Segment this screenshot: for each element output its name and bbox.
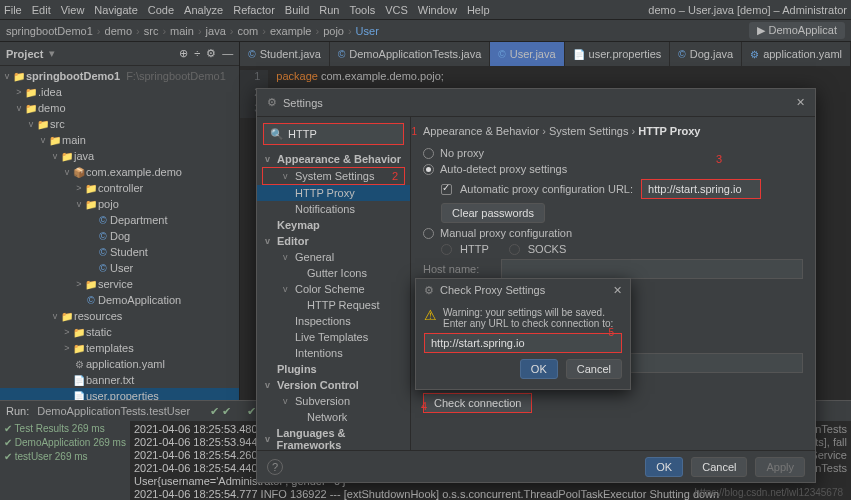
settings-tree-item[interactable]: Notifications xyxy=(257,201,410,217)
collapse-icon[interactable]: ÷ xyxy=(194,47,200,60)
settings-search[interactable]: 🔍 1 xyxy=(263,123,404,145)
tree-item[interactable]: v📁pojo xyxy=(0,196,239,212)
tree-item[interactable]: 📄banner.txt xyxy=(0,372,239,388)
auto-detect-radio[interactable]: Auto-detect proxy settings xyxy=(423,163,803,175)
close-icon[interactable]: ✕ xyxy=(796,96,805,109)
tree-item[interactable]: v📁demo xyxy=(0,100,239,116)
editor-tab[interactable]: 📄user.properties xyxy=(565,42,671,66)
tree-item[interactable]: >📁static xyxy=(0,324,239,340)
tree-item[interactable]: v📁src xyxy=(0,116,239,132)
settings-tree-item[interactable]: Gutter Icons xyxy=(257,265,410,281)
cancel-button[interactable]: Cancel xyxy=(691,457,747,477)
tree-item[interactable]: >📁templates xyxy=(0,340,239,356)
test-tree[interactable]: ✔ Test Results 269 ms ✔ DemoApplication … xyxy=(0,421,130,500)
proxy-check-url-input[interactable] xyxy=(424,333,622,353)
host-input[interactable] xyxy=(501,259,803,279)
settings-tree-item[interactable]: vVersion Control xyxy=(257,377,410,393)
run-config-selector[interactable]: ▶ DemoApplicat xyxy=(749,22,845,39)
gear-icon[interactable]: ⚙ xyxy=(206,47,216,60)
tree-item[interactable]: >📁.idea xyxy=(0,84,239,100)
help-icon[interactable]: ? xyxy=(267,459,283,475)
settings-tree-item[interactable]: vEditor xyxy=(257,233,410,249)
settings-tree-item[interactable]: vColor Scheme xyxy=(257,281,410,297)
tree-item[interactable]: ©User xyxy=(0,260,239,276)
settings-tree-item[interactable]: vGeneral xyxy=(257,249,410,265)
tree-item[interactable]: v📁main xyxy=(0,132,239,148)
settings-title: Settings xyxy=(283,97,323,109)
bc-8[interactable]: User xyxy=(356,25,379,37)
proxy-cancel-button[interactable]: Cancel xyxy=(566,359,622,379)
settings-tree-item[interactable]: vLanguages & Frameworks xyxy=(257,425,410,450)
menu-edit[interactable]: Edit xyxy=(32,4,51,16)
menu-code[interactable]: Code xyxy=(148,4,174,16)
tree-item[interactable]: ©DemoApplication xyxy=(0,292,239,308)
editor-tab[interactable]: ©Dog.java xyxy=(670,42,742,66)
tree-item[interactable]: >📁controller xyxy=(0,180,239,196)
annotation-3: 3 xyxy=(716,153,722,165)
tree-item[interactable]: ⚙application.yaml xyxy=(0,356,239,372)
menu-view[interactable]: View xyxy=(61,4,85,16)
apply-button[interactable]: Apply xyxy=(755,457,805,477)
menu-navigate[interactable]: Navigate xyxy=(94,4,137,16)
settings-tree-item[interactable]: HTTP Request xyxy=(257,297,410,313)
auto-url-check[interactable] xyxy=(441,184,452,195)
tree-item[interactable]: ©Department xyxy=(0,212,239,228)
manual-proxy-radio[interactable]: Manual proxy configuration xyxy=(423,227,803,239)
settings-tree-item[interactable]: vSubversion xyxy=(257,393,410,409)
bc-4[interactable]: java xyxy=(206,25,226,37)
tree-item[interactable]: ©Student xyxy=(0,244,239,260)
settings-tree-item[interactable]: Inspections xyxy=(257,313,410,329)
editor-tab[interactable]: ©Student.java xyxy=(240,42,330,66)
select-opened-icon[interactable]: ⊕ xyxy=(179,47,188,60)
tree-item[interactable]: >📁service xyxy=(0,276,239,292)
menu-analyze[interactable]: Analyze xyxy=(184,4,223,16)
menu-window[interactable]: Window xyxy=(418,4,457,16)
menu-help[interactable]: Help xyxy=(467,4,490,16)
settings-tree-item[interactable]: Intentions xyxy=(257,345,410,361)
hide-icon[interactable]: — xyxy=(222,47,233,60)
settings-tree-item[interactable]: Live Templates xyxy=(257,329,410,345)
bc-0[interactable]: springbootDemo1 xyxy=(6,25,93,37)
bc-5[interactable]: com xyxy=(237,25,258,37)
proxy-url-input[interactable] xyxy=(641,179,761,199)
tree-item[interactable]: v📁resources xyxy=(0,308,239,324)
tree-item[interactable]: v📦com.example.demo xyxy=(0,164,239,180)
run-label: Run: xyxy=(6,405,29,417)
menu-tools[interactable]: Tools xyxy=(349,4,375,16)
clear-passwords-button[interactable]: Clear passwords xyxy=(441,203,545,223)
settings-icon: ⚙ xyxy=(267,96,277,109)
settings-tree[interactable]: vAppearance & BehaviorvSystem Settings2H… xyxy=(257,151,410,450)
gear-icon: ⚙ xyxy=(424,284,434,297)
menu-build[interactable]: Build xyxy=(285,4,309,16)
proxy-ok-button[interactable]: OK xyxy=(520,359,558,379)
check-proxy-dialog: ⚙ Check Proxy Settings ✕ ⚠ Warning: your… xyxy=(415,278,631,390)
menu-run[interactable]: Run xyxy=(319,4,339,16)
menu-vcs[interactable]: VCS xyxy=(385,4,408,16)
settings-tree-item[interactable]: Network xyxy=(257,409,410,425)
settings-tree-item[interactable]: vSystem Settings2 xyxy=(262,167,405,185)
editor-tab[interactable]: ©User.java xyxy=(490,42,564,66)
check-connection-button[interactable]: Check connection xyxy=(424,394,531,412)
bc-1[interactable]: demo xyxy=(105,25,133,37)
settings-tree-item[interactable]: Plugins xyxy=(257,361,410,377)
bc-7[interactable]: pojo xyxy=(323,25,344,37)
search-input[interactable] xyxy=(288,128,397,140)
settings-tree-item[interactable]: Keymap xyxy=(257,217,410,233)
editor-tab[interactable]: ©DemoApplicationTests.java xyxy=(330,42,490,66)
tree-item[interactable]: ©Dog xyxy=(0,228,239,244)
menu-file[interactable]: File xyxy=(4,4,22,16)
settings-tree-item[interactable]: HTTP Proxy xyxy=(257,185,410,201)
tree-item[interactable]: v📁java xyxy=(0,148,239,164)
bc-3[interactable]: main xyxy=(170,25,194,37)
editor-tab[interactable]: ⚙application.yaml xyxy=(742,42,851,66)
no-proxy-radio[interactable]: No proxy xyxy=(423,147,803,159)
settings-tree-item[interactable]: vAppearance & Behavior xyxy=(257,151,410,167)
menu-bar: File Edit View Navigate Code Analyze Ref… xyxy=(0,0,851,20)
run-config[interactable]: DemoApplicationTests.testUser xyxy=(37,405,190,417)
menu-refactor[interactable]: Refactor xyxy=(233,4,275,16)
ok-button[interactable]: OK xyxy=(645,457,683,477)
project-title: Project xyxy=(6,48,43,60)
bc-2[interactable]: src xyxy=(144,25,159,37)
bc-6[interactable]: example xyxy=(270,25,312,37)
close-icon[interactable]: ✕ xyxy=(613,284,622,297)
